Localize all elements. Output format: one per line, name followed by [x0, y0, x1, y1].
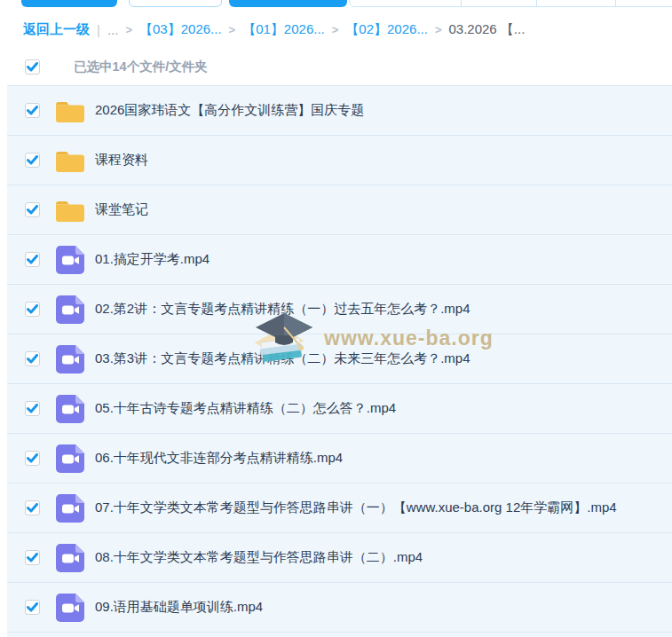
video-file-icon	[56, 246, 84, 274]
file-name[interactable]: 09.语用基础题单项训练.mp4	[95, 599, 263, 616]
toolbar	[0, 0, 672, 12]
file-name[interactable]: 07.十年文学类文本常考题型与作答思路串讲（一）【www.xue-ba.org …	[95, 499, 617, 516]
file-row-video[interactable]: 09.语用基础题单项训练.mp4	[7, 583, 672, 633]
folder-icon	[55, 148, 85, 173]
check-icon	[27, 106, 38, 115]
file-name[interactable]: 05.十年古诗专题考点精讲精练（二）怎么答？.mp4	[95, 400, 396, 417]
breadcrumb-ellipsis[interactable]: ...	[107, 22, 119, 37]
button-group-divider	[615, 0, 616, 6]
file-row-video[interactable]: 07.十年文学类文本常考题型与作答思路串讲（一）【www.xue-ba.org …	[7, 484, 672, 533]
video-file-icon	[56, 395, 84, 423]
file-name[interactable]: 02.第2讲：文言专题考点精讲精练（一）过去五年怎么考？.mp4	[95, 301, 470, 318]
row-checkbox[interactable]	[25, 401, 40, 416]
breadcrumb-pipe-divider: |	[97, 22, 100, 37]
breadcrumb-link[interactable]: 【01】2026...	[242, 21, 325, 38]
breadcrumb-current: 03.2026 【...	[448, 21, 525, 38]
check-icon	[27, 602, 38, 612]
video-file-icon	[56, 544, 84, 572]
breadcrumb-separator-icon: >	[332, 23, 339, 36]
breadcrumb-separator-icon: >	[125, 23, 132, 36]
check-icon	[27, 205, 38, 215]
row-checkbox[interactable]	[25, 351, 40, 366]
file-row-video[interactable]: 05.十年古诗专题考点精讲精练（二）怎么答？.mp4	[7, 384, 672, 434]
row-checkbox[interactable]	[25, 202, 40, 217]
check-icon	[27, 354, 38, 364]
toolbar-button-group[interactable]	[349, 0, 672, 7]
file-name[interactable]: 2026国家玮语文【高分作文训练营】国庆专题	[95, 102, 364, 119]
button-group-divider	[536, 0, 537, 6]
check-icon	[27, 155, 38, 165]
file-name[interactable]: 08.十年文学类文本常考题型与作答思路串讲（二）.mp4	[95, 549, 423, 566]
row-checkbox[interactable]	[25, 600, 40, 615]
breadcrumb-link[interactable]: 【02】2026...	[345, 21, 428, 38]
file-name[interactable]: 03.第3讲：文言专题考点精讲精练（二）未来三年怎么考？.mp4	[95, 350, 470, 367]
check-icon	[27, 553, 38, 562]
row-checkbox[interactable]	[25, 550, 40, 565]
breadcrumb-separator-icon: >	[229, 23, 236, 36]
file-name[interactable]: 课程资料	[95, 152, 148, 169]
row-checkbox[interactable]	[25, 103, 40, 118]
check-icon	[27, 404, 38, 413]
row-checkbox[interactable]	[25, 302, 40, 317]
button-group-divider	[461, 0, 462, 6]
check-icon	[27, 62, 38, 72]
check-icon	[27, 453, 38, 463]
selection-count-label: 已选中14个文件/文件夹	[74, 59, 208, 75]
file-row-folder[interactable]: 课堂笔记	[7, 185, 672, 235]
folder-icon	[55, 98, 85, 123]
file-name[interactable]: 06.十年现代文非连部分考点精讲精练.mp4	[95, 450, 343, 467]
toolbar-button-1[interactable]	[21, 0, 117, 7]
toolbar-button-2[interactable]	[129, 0, 222, 7]
file-row-video[interactable]: 01.搞定开学考.mp4	[7, 235, 672, 285]
row-checkbox[interactable]	[25, 252, 40, 267]
folder-icon	[55, 198, 85, 223]
file-name[interactable]: 01.搞定开学考.mp4	[95, 251, 210, 268]
toolbar-button-3[interactable]	[229, 0, 347, 7]
selection-bar: 已选中14个文件/文件夹	[0, 51, 672, 82]
file-name[interactable]: 课堂笔记	[95, 201, 148, 218]
file-row-folder[interactable]: 2026国家玮语文【高分作文训练营】国庆专题	[7, 86, 672, 136]
video-file-icon	[56, 594, 84, 622]
row-checkbox[interactable]	[25, 451, 40, 466]
file-row-video[interactable]: 06.十年现代文非连部分考点精讲精练.mp4	[7, 434, 672, 484]
check-icon	[27, 255, 38, 264]
video-file-icon	[56, 494, 84, 523]
select-all-checkbox[interactable]	[25, 59, 40, 75]
video-file-icon	[56, 295, 84, 324]
partial-next-row	[7, 633, 672, 637]
breadcrumb: 返回上一级 | ...>【03】2026...>【01】2026...>【02】…	[23, 20, 667, 38]
video-file-icon	[56, 345, 84, 374]
file-row-folder[interactable]: 课程资料	[7, 136, 672, 185]
row-checkbox[interactable]	[25, 500, 40, 515]
file-row-video[interactable]: 03.第3讲：文言专题考点精讲精练（二）未来三年怎么考？.mp4	[7, 334, 672, 384]
file-list: 2026国家玮语文【高分作文训练营】国庆专题 课程资料 课堂笔记 01.搞定开学…	[7, 85, 672, 633]
video-file-icon	[56, 444, 84, 473]
check-icon	[27, 503, 38, 513]
breadcrumb-link[interactable]: 【03】2026...	[139, 21, 222, 38]
file-row-video[interactable]: 02.第2讲：文言专题考点精讲精练（一）过去五年怎么考？.mp4	[7, 285, 672, 334]
file-manager-window: 返回上一级 | ...>【03】2026...>【01】2026...>【02】…	[0, 0, 672, 637]
file-row-video[interactable]: 08.十年文学类文本常考题型与作答思路串讲（二）.mp4	[7, 533, 672, 583]
check-icon	[27, 304, 38, 314]
breadcrumb-back-link[interactable]: 返回上一级	[23, 21, 90, 38]
row-checkbox[interactable]	[25, 153, 40, 168]
breadcrumb-separator-icon: >	[435, 23, 442, 36]
